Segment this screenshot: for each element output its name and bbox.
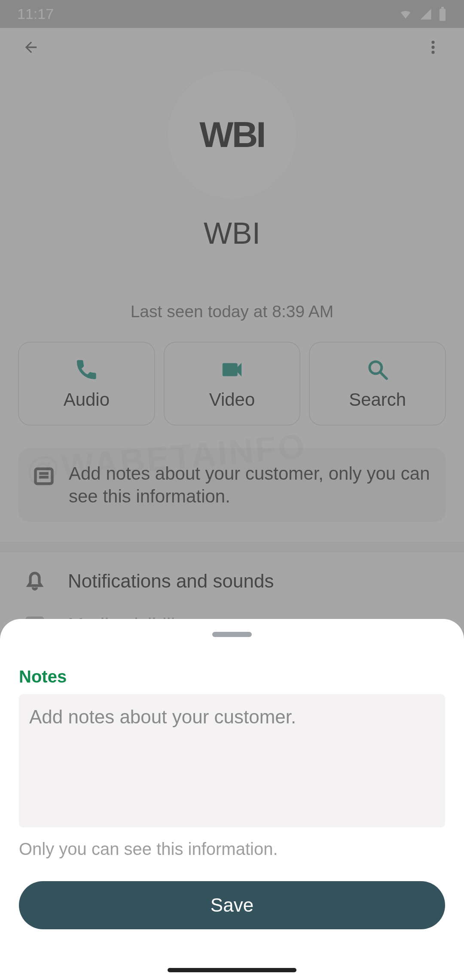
app-bar	[0, 28, 464, 67]
svg-point-4	[431, 51, 434, 54]
profile-section: WBI WBI Last seen today at 8:39 AM	[0, 67, 464, 321]
search-button[interactable]: Search	[309, 342, 446, 426]
search-label: Search	[349, 389, 406, 410]
status-icons	[398, 7, 447, 21]
wifi-icon	[398, 8, 413, 21]
audio-label: Audio	[64, 389, 110, 410]
phone-icon	[74, 358, 98, 382]
status-time: 11:17	[17, 6, 54, 22]
notes-banner-text: Add notes about your customer, only you …	[69, 462, 431, 508]
search-icon	[366, 358, 390, 382]
last-seen: Last seen today at 8:39 AM	[131, 302, 334, 321]
signal-icon	[419, 8, 432, 21]
svg-point-2	[431, 41, 434, 44]
video-call-button[interactable]: Video	[164, 342, 301, 426]
video-icon	[220, 358, 244, 382]
status-bar: 11:17	[0, 0, 464, 28]
audio-call-button[interactable]: Audio	[18, 342, 155, 426]
svg-line-6	[381, 373, 387, 379]
more-menu-button[interactable]	[418, 32, 449, 63]
video-label: Video	[209, 389, 255, 410]
drag-handle[interactable]	[212, 632, 252, 637]
save-button[interactable]: Save	[19, 881, 445, 929]
notifications-row[interactable]: Notifications and sounds	[0, 552, 464, 610]
section-divider	[0, 542, 464, 552]
avatar[interactable]: WBI	[168, 70, 296, 199]
notifications-label: Notifications and sounds	[68, 570, 274, 592]
avatar-text: WBI	[199, 114, 264, 156]
notes-bottom-sheet: Notes Only you can see this information.…	[0, 619, 464, 980]
svg-point-3	[431, 46, 434, 49]
notes-banner[interactable]: Add notes about your customer, only you …	[18, 448, 446, 522]
battery-icon	[438, 7, 447, 21]
sheet-hint: Only you can see this information.	[19, 839, 445, 859]
back-button[interactable]	[15, 32, 46, 63]
svg-rect-0	[440, 9, 446, 21]
arrow-left-icon	[22, 39, 40, 56]
notes-icon	[33, 465, 55, 487]
gesture-nav-bar[interactable]	[168, 968, 296, 972]
bell-icon	[24, 570, 46, 592]
more-vert-icon	[424, 39, 442, 56]
sheet-title: Notes	[19, 667, 445, 686]
notes-input[interactable]	[19, 694, 445, 827]
svg-rect-1	[441, 7, 444, 9]
contact-name: WBI	[204, 216, 260, 251]
action-row: Audio Video Search	[0, 321, 464, 426]
